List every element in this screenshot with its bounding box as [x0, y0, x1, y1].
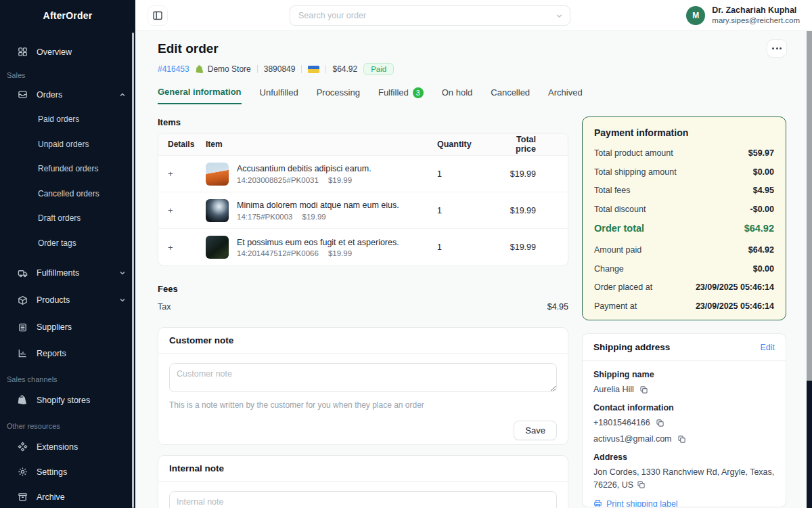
chevron-up-icon [119, 91, 126, 98]
sidebar-item-extensions[interactable]: Extensions [0, 434, 135, 459]
copy-icon[interactable] [637, 481, 645, 488]
cube-icon [18, 295, 28, 305]
sidebar-item-fulfillments[interactable]: Fulfillments [0, 259, 135, 287]
tab-cancelled[interactable]: Cancelled [491, 87, 530, 104]
expand-row-button[interactable]: + [168, 205, 180, 217]
sidebar-item-products[interactable]: Products [0, 287, 135, 314]
sidebar-item-cancelled-orders[interactable]: Cancelled orders [0, 182, 135, 207]
copy-icon[interactable] [656, 419, 664, 427]
country-flag-ukraine [308, 66, 319, 73]
edit-shipping-link[interactable]: Edit [760, 343, 775, 352]
sidebar-item-label: Shopify stores [37, 396, 90, 405]
sidebar-item-label: Orders [37, 90, 62, 100]
order-tabs: General information Unfulfilled Processi… [158, 87, 583, 104]
copy-icon[interactable] [640, 386, 648, 394]
gear-icon [18, 467, 28, 478]
product-price: $19.99 [302, 213, 326, 221]
items-heading: Items [158, 117, 181, 127]
tab-general-information[interactable]: General information [158, 87, 242, 104]
sidebar-item-settings[interactable]: Settings [0, 459, 135, 484]
tab-processing[interactable]: Processing [317, 87, 360, 104]
shipping-email: activus1@gmail.com [593, 433, 672, 445]
expand-row-button[interactable]: + [168, 241, 180, 253]
sidebar-item-overview[interactable]: Overview [0, 39, 135, 64]
fulfilled-count-badge: 3 [413, 87, 424, 98]
sidebar-item-suppliers[interactable]: Suppliers [0, 314, 135, 341]
tab-unfulfilled[interactable]: Unfulfilled [260, 87, 298, 104]
product-thumbnail [206, 199, 229, 222]
sidebar-item-refunded-orders[interactable]: Refunded orders [0, 156, 135, 182]
shipping-name-label: Shipping name [593, 370, 775, 379]
shopify-icon [196, 65, 204, 74]
topbar: M Dr. Zachariah Kuphal mary.sipes@reiche… [135, 0, 812, 31]
sidebar-item-unpaid-orders[interactable]: Unpaid orders [0, 132, 135, 157]
internal-note-textarea[interactable] [169, 491, 557, 508]
sidebar-item-label: Products [37, 295, 70, 305]
product-name: Et possimus eum eos fugit et et asperior… [237, 237, 399, 248]
sidebar-scrollbar[interactable] [132, 33, 134, 508]
fee-row: Tax $4.95 [158, 302, 568, 312]
sidebar-item-label: Suppliers [37, 322, 72, 332]
paid-status-badge: Paid [363, 63, 394, 75]
chevron-down-icon [119, 270, 126, 276]
user-menu[interactable]: M Dr. Zachariah Kuphal mary.sipes@reiche… [686, 5, 800, 26]
copy-icon[interactable] [678, 436, 685, 443]
product-thumbnail [206, 163, 229, 186]
right-edge-dark-strip [807, 381, 812, 508]
sidebar-item-reports[interactable]: Reports [0, 341, 135, 366]
sidebar-item-label: Reports [37, 349, 66, 358]
order-total-inline: $64.92 [332, 64, 357, 74]
tab-archived[interactable]: Archived [548, 87, 583, 104]
product-quantity: 1 [437, 242, 505, 252]
order-number-link[interactable]: #416453 [158, 64, 189, 74]
grid-icon [18, 47, 28, 58]
panel-left-icon [152, 10, 163, 21]
order-total-row: Order total $64.92 [594, 223, 774, 234]
sidebar-item-label: Archive [37, 492, 65, 502]
product-name: Minima dolorem modi atque nam eum eius. [237, 200, 399, 211]
expand-row-button[interactable]: + [168, 168, 180, 180]
customer-note-card: Customer note This is a note written by … [158, 327, 568, 445]
print-shipping-label-link[interactable]: Print shipping label [593, 499, 775, 507]
order-external-id: 3890849 [264, 64, 296, 74]
sidebar-item-label: Overview [37, 47, 72, 57]
product-quantity: 1 [437, 169, 505, 179]
printer-icon [593, 499, 602, 507]
sidebar-toggle-button[interactable] [148, 5, 168, 26]
sidebar-item-shopify-stores[interactable]: Shopify stores [0, 387, 135, 412]
product-name: Accusantium debitis adipisci earum. [237, 163, 371, 174]
payment-information-panel: Payment information Total product amount… [582, 117, 786, 320]
order-search [290, 5, 570, 26]
tab-fulfilled[interactable]: Fulfilled 3 [378, 87, 424, 104]
chart-icon [18, 348, 28, 359]
sidebar-item-order-tags[interactable]: Order tags [0, 231, 135, 256]
chevron-down-icon[interactable] [556, 12, 563, 20]
sidebar-item-paid-orders[interactable]: Paid orders [0, 107, 135, 132]
chevron-down-icon [119, 297, 126, 303]
fee-value: $4.95 [547, 302, 568, 312]
truck-icon [18, 268, 28, 278]
shipping-address-card: Shipping address Edit Shipping name Aure… [582, 333, 786, 507]
customer-note-textarea[interactable] [169, 363, 557, 392]
sidebar-item-label: Settings [37, 467, 67, 477]
sidebar-section-sales: Sales [0, 64, 135, 82]
shopify-icon [18, 395, 28, 406]
sidebar-item-archive[interactable]: Archive [0, 484, 135, 508]
more-actions-button[interactable] [767, 39, 787, 58]
sidebar-item-draft-orders[interactable]: Draft orders [0, 206, 135, 231]
product-total: $19.99 [505, 206, 568, 215]
internal-note-card: Internal note [158, 455, 568, 508]
store-name: Demo Store [196, 64, 251, 74]
archive-icon [18, 492, 28, 503]
tab-on-hold[interactable]: On hold [442, 87, 473, 104]
save-button[interactable]: Save [514, 421, 557, 440]
extensions-icon [18, 442, 28, 452]
page-scrollbar[interactable] [807, 31, 812, 381]
items-table: Details Item Quantity Total price + Accu… [158, 133, 568, 266]
shipping-name-value: Aurelia Hill [593, 383, 634, 396]
user-name: Dr. Zachariah Kuphal [712, 5, 800, 16]
customer-note-heading: Customer note [158, 328, 568, 354]
search-input[interactable] [298, 11, 556, 20]
main-content: Edit order #416453 Demo Store 3890849 $6… [135, 31, 812, 508]
sidebar-item-orders[interactable]: Orders [0, 82, 135, 107]
